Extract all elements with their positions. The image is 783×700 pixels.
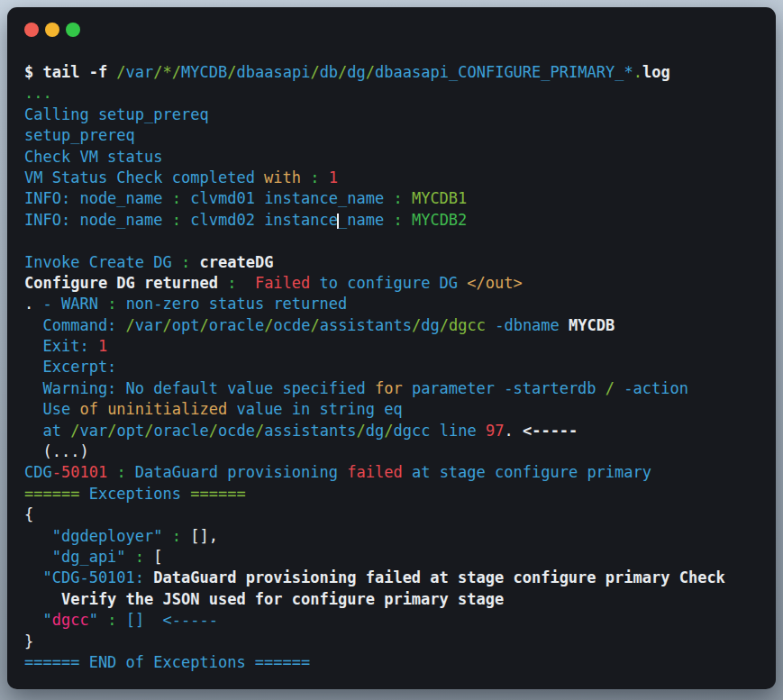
terminal-token: / [310,316,319,334]
terminal-token: : [126,548,154,566]
terminal-token: oracle [209,316,264,334]
maximize-button[interactable] [66,23,80,37]
terminal-token: / [384,422,393,440]
terminal-token: / [357,422,366,440]
terminal-token: MYCDB [181,63,227,81]
terminal-token: / [209,422,218,440]
terminal-token: ocde [273,316,310,334]
terminal-token: : [172,211,190,229]
terminal-token: Exit: [24,337,98,355]
terminal-token: " [24,611,52,629]
terminal-token: INFO: node_name [24,189,172,207]
terminal-token: DataGuard provisioning failed at stage c… [144,568,725,586]
terminal-token: } [24,632,33,650]
terminal-token: Calling setup_prereq [24,105,209,123]
terminal-token: log [642,63,670,81]
terminal-line: Calling setup_prereq [24,105,769,125]
terminal-line: "dgcc" : [] <----- [24,610,769,631]
terminal-line: CDG-50101 : DataGuard provisioning faile… [24,462,769,483]
terminal-token: non-zero status returned [126,295,348,313]
terminal-line: Warning: No default value specified for … [24,378,769,399]
terminal-token: to configure DG [310,274,467,292]
terminal-token: : [107,295,125,313]
terminal-token: ocde [218,422,255,440]
terminal-line: Check VM status [24,147,769,168]
terminal-token: MYCDB1 [412,189,467,207]
terminal-line: setup_prereq [24,125,769,146]
terminal-line: INFO: node_name : clvmd02 instance_name … [24,210,769,231]
terminal-token: setup_prereq [24,126,135,144]
terminal-line: Use of uninitialized value in string eq [24,399,769,420]
terminal-token: / [107,422,116,440]
close-button[interactable] [24,23,39,37]
terminal-token: / [255,422,264,440]
terminal-token: dgcc line [394,422,486,440]
terminal-token: /*/ [153,63,181,81]
terminal-line: Invoke Create DG : createDG [24,252,769,273]
terminal-token: db [320,63,338,81]
terminal-token: CDG [24,463,52,481]
terminal-token: Exceptions [89,485,181,503]
terminal-line: "dgdeployer" : [], [24,526,769,547]
terminal-token: " [89,611,98,629]
terminal-token: MYCDB [569,316,615,334]
terminal-token: "dgdeployer" [24,527,163,545]
terminal-line: { [24,505,769,525]
terminal-token: ====== [24,485,89,503]
terminal-token: Use [24,400,79,418]
terminal-token: : [310,168,328,186]
terminal-token: / [366,63,375,81]
terminal-token: VM Status Check completed [24,168,264,186]
terminal-token: Verify the JSON used for configure prima… [24,590,504,608]
terminal-token: { [24,505,33,523]
terminal-token: "dg_api" [24,548,126,566]
terminal-line [24,231,769,251]
terminal-token: / [163,316,172,334]
terminal-token: with [264,168,310,186]
terminal-token: at [24,422,70,440]
terminal-line: ... [24,83,769,104]
terminal-token: -50101 [52,463,107,481]
terminal-token: for [375,379,403,397]
terminal-token: /dgcc [440,316,486,334]
terminal-token: "CDG-50101: [24,568,144,586]
terminal-token: ====== [181,485,246,503]
terminal-token: dg [421,316,439,334]
terminal-token: assistants [264,422,356,440]
terminal-token: (...) [24,442,89,460]
terminal-token: var [79,422,107,440]
terminal-token: failed [347,463,402,481]
terminal-token: / [126,316,135,334]
terminal-token: dg [366,422,384,440]
terminal-token: 97 [486,422,504,440]
terminal-token: ... [24,84,52,102]
terminal-token: / [412,316,421,334]
terminal-line: Configure DG returned : Failed to config… [24,273,769,294]
terminal-output[interactable]: $ tail -f /var/*/MYCDB/dbaasapi/db/dg/db… [7,62,776,673]
terminal-token: -dbname [486,316,569,334]
terminal-token: : [172,189,190,207]
terminal-token: [ [153,548,162,566]
terminal-token: Check VM status [24,148,163,166]
terminal-token: dgcc [52,611,89,629]
terminal-line: at /var/opt/oracle/ocde/assistants/dg/dg… [24,421,769,441]
terminal-token: dg [347,63,365,81]
terminal-token: Invoke Create DG [24,253,181,271]
terminal-token: var [126,63,154,81]
terminal-token: / [310,63,319,81]
terminal-line: ====== END of Exceptions ====== [24,652,769,673]
terminal-token: Excerpt: [24,358,116,376]
terminal-token: opt [172,316,200,334]
terminal-token: value in string eq [227,400,402,418]
terminal-line: } [24,632,769,652]
terminal-token: : [227,274,245,292]
terminal-token: DataGuard provisioning [135,463,347,481]
terminal-line: (...) [24,441,769,462]
terminal-token: - WARN [42,295,107,313]
terminal-token: . [504,422,522,440]
terminal-token: : [393,189,411,207]
minimize-button[interactable] [45,23,59,37]
terminal-token: ====== END of Exceptions ====== [24,653,310,671]
terminal-token: 1 [98,337,107,355]
terminal-window: $ tail -f /var/*/MYCDB/dbaasapi/db/dg/db… [7,7,776,689]
